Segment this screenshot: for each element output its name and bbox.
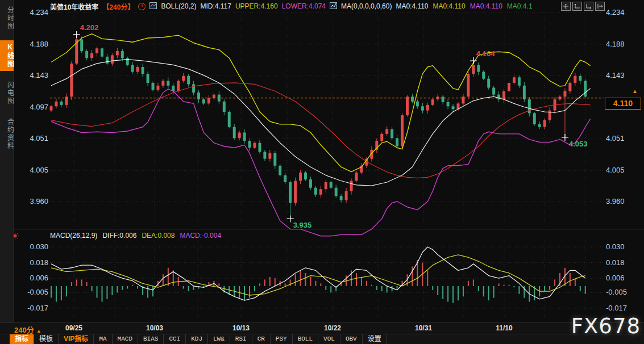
x-axis-bar (0, 322, 644, 334)
candle-body (284, 175, 286, 182)
candle-body (487, 79, 490, 88)
ma-label: MA(0,0,0,0,0,60) (341, 2, 392, 10)
macd-axis-label-left: 0.018 (16, 258, 48, 267)
candle-body (533, 113, 536, 124)
macd-header: MACD(26,12,9) DIFF:0.006 DEA:0.008 MACD:… (50, 232, 221, 240)
candle-body (513, 77, 516, 83)
x-axis-date-label: 11/10 (496, 324, 512, 332)
boll-lower-value: LOWER:4.074 (282, 2, 326, 10)
candle-body (55, 102, 57, 107)
candle-body (294, 181, 297, 203)
toolbar-item-vol[interactable]: VOL (318, 334, 340, 344)
sidebar-item-flash-chart[interactable]: 闪电图 (0, 78, 14, 108)
candle-body (442, 97, 444, 102)
ma-value-1: MA0:4.110 (433, 2, 466, 10)
candle-body (497, 95, 500, 100)
ma-value-0: MA0:4.110 (396, 2, 428, 10)
toolbar-item-macd[interactable]: MACD (113, 334, 138, 344)
toolbar-item-psy[interactable]: PSY (271, 334, 293, 344)
toolbar-item-obv[interactable]: OBV (340, 334, 363, 344)
sidebar-item-time-chart[interactable]: 分时图 (0, 3, 14, 33)
app-window: 4.2024.1643.9354.053 分时图K线图闪电图合约资料 美债10年… (0, 0, 644, 344)
candle-body (156, 86, 159, 90)
candle-body (563, 91, 566, 97)
price-annotation: 4.202 (80, 23, 99, 32)
candle-body (309, 179, 312, 188)
candle-body (248, 141, 251, 148)
candle-body (482, 72, 485, 79)
candle-body (518, 77, 521, 86)
toolbar-item-settings[interactable]: 设置 (363, 334, 387, 344)
candle-body (345, 191, 348, 200)
toolbar-item-boll[interactable]: BOLL (293, 334, 318, 344)
price-axis-label-right: 4.234 (606, 8, 625, 16)
sidebar-item-kline-chart[interactable]: K线图 (0, 40, 14, 71)
toolbar-item-template[interactable]: 模板 (34, 334, 59, 344)
candle-body (70, 64, 73, 97)
x-axis-date-label: 10/22 (324, 324, 341, 332)
macd-axis-label-left: 0.030 (16, 242, 48, 251)
boll-lower-line (51, 89, 591, 236)
price-axis-label-left: 4.143 (16, 71, 48, 79)
macd-axis-label-left: 0.006 (16, 274, 48, 282)
toolbar-item-ma[interactable]: MA (94, 334, 112, 344)
candle-body (131, 65, 134, 72)
toolbar-item-kdj[interactable]: KDJ (186, 334, 208, 344)
toolbar-item-lw[interactable]: LW& (208, 334, 230, 344)
toolbar-item-cr[interactable]: CR (252, 334, 271, 344)
candle-body (462, 97, 464, 103)
macd-axis-label-left: -0.005 (16, 288, 48, 296)
candle-body (416, 102, 419, 107)
candle-body (263, 152, 266, 158)
candle-body (136, 67, 139, 72)
price-annotation: 4.164 (476, 49, 495, 58)
move-tool-icon[interactable] (561, 2, 571, 11)
candle-body (380, 134, 383, 141)
boll-upper-line (51, 34, 591, 172)
price-axis-label-left: 4.005 (16, 166, 48, 174)
toolbar-item-indicator[interactable]: 指标 (10, 334, 34, 344)
price-annotation: 3.935 (293, 221, 312, 229)
candle-body (233, 127, 236, 138)
candle-body (106, 57, 109, 64)
candle-body (584, 81, 587, 97)
x-axis-date-label: 09/25 (65, 324, 82, 332)
candle-body (182, 76, 185, 81)
period-dropdown-icon: ▲ (36, 328, 41, 334)
toolbar-item-rsi[interactable]: RSI (230, 334, 252, 344)
boll-chart-icon[interactable] (149, 2, 157, 11)
chart-canvas[interactable]: 4.2024.1643.9354.053 (0, 0, 644, 344)
price-axis-label-right: 4.188 (606, 40, 625, 48)
candle-body (492, 87, 495, 94)
candle-body (60, 102, 63, 105)
candle-body (330, 182, 333, 188)
price-marker-icon: ▲ (632, 89, 638, 94)
period-badge[interactable]: 【240分】 (102, 2, 134, 11)
toolbar-item-bias[interactable]: BIAS (138, 334, 164, 344)
candle-body (340, 196, 343, 200)
indicator-toolbar: 指标模板VIP指标MAMACDBIASCCIKDJLW&RSICRPSYBOLL… (0, 334, 644, 344)
price-cross-marker (562, 134, 568, 141)
instrument-title: 美债10年收益率 (50, 2, 98, 11)
candle-body (228, 112, 231, 127)
candle-body (258, 143, 261, 152)
y-axis-scale-icon[interactable] (572, 2, 582, 11)
candle-body (579, 76, 581, 81)
candle-body (152, 83, 155, 90)
sidebar-item-contract-info[interactable]: 合约资料 (0, 115, 14, 153)
toolbar-item-cci[interactable]: CCI (164, 334, 186, 344)
add-indicator-icon[interactable]: + (138, 3, 146, 10)
macd-axis-label-right: 0.030 (606, 242, 625, 251)
pan-right-icon[interactable] (595, 2, 605, 11)
candle-body (223, 102, 226, 112)
macd-axis-label-right: 0.006 (606, 274, 625, 282)
current-price-box: 4.110 (605, 98, 641, 110)
x-axis-scale-icon[interactable] (584, 2, 593, 11)
candle-body (411, 97, 414, 102)
toolbar-item-vip-indicator[interactable]: VIP指标 (59, 334, 94, 344)
ma-value-2: MA0:4.110 (470, 2, 502, 10)
ma-chart-icon[interactable] (330, 2, 337, 11)
candle-body (121, 51, 124, 58)
candle-body (279, 166, 281, 175)
boll-mid-line (51, 60, 591, 186)
